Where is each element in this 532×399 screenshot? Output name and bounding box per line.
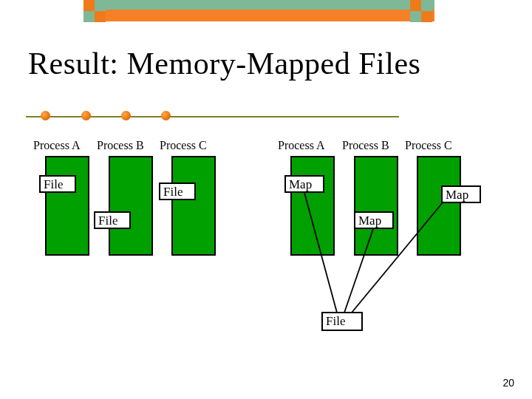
process-box-b-left: [109, 156, 153, 256]
bullet-bead-icon: [41, 111, 50, 120]
banner-cube-icon: [410, 0, 432, 22]
process-label-a-left: Process A: [33, 139, 81, 152]
process-box-a-right: [290, 156, 335, 256]
process-label-c-right: Process C: [405, 139, 452, 152]
shared-file-box: File: [321, 312, 363, 331]
file-box-b-left: File: [94, 211, 131, 229]
process-box-a-left: [45, 156, 89, 256]
map-box-b-right: Map: [354, 211, 394, 229]
top-banner: [0, 0, 532, 27]
process-label-c-left: Process C: [160, 139, 207, 152]
process-box-c-left: [171, 156, 216, 256]
banner-stripe-orange: [83, 10, 434, 21]
bullet-bead-icon: [81, 111, 91, 120]
process-box-c-right: [417, 156, 461, 256]
bullet-bead-icon: [121, 111, 131, 120]
map-box-c-right: Map: [441, 185, 481, 203]
banner-cube-icon: [83, 0, 106, 22]
file-box-a-left: File: [39, 175, 76, 193]
file-box-c-left: File: [159, 183, 196, 200]
banner-stripe-green: [83, 0, 434, 10]
bullet-bead-icon: [161, 111, 171, 120]
process-label-b-left: Process B: [97, 139, 144, 152]
process-label-a-right: Process A: [278, 139, 325, 152]
slide-title: Result: Memory-Mapped Files: [28, 46, 420, 81]
process-box-b-right: [354, 156, 398, 256]
page-number: 20: [502, 377, 514, 389]
map-box-a-right: Map: [284, 175, 324, 193]
process-label-b-right: Process B: [342, 139, 389, 152]
